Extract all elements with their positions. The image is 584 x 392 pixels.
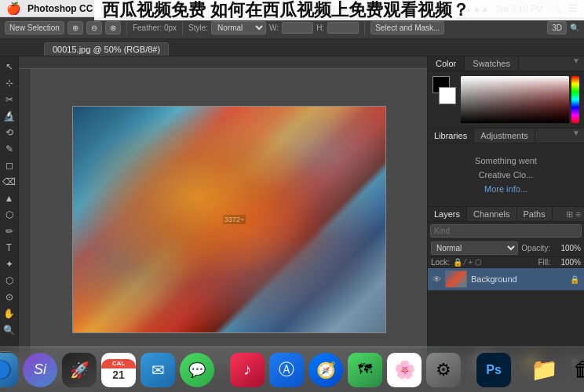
dock-trash[interactable]: 🗑: [566, 353, 584, 387]
dock-siri[interactable]: Si: [23, 353, 57, 387]
dock-mail[interactable]: ✉: [141, 353, 175, 387]
tool-3d-rotate[interactable]: ⊙: [2, 290, 16, 304]
tab-libraries[interactable]: Libraries: [428, 129, 474, 143]
tool-eyedropper[interactable]: 🔬: [2, 109, 16, 123]
width-input[interactable]: [282, 22, 313, 34]
color-panel-arrow[interactable]: ▼: [572, 56, 584, 71]
layers-filter-icon[interactable]: ⊞: [566, 209, 573, 220]
clock: Sat 2:10 PM: [495, 4, 543, 13]
blend-mode-select[interactable]: Normal Multiply Screen: [431, 241, 518, 255]
tool-dodge[interactable]: ⬡: [2, 208, 16, 222]
dock-folder[interactable]: 📁: [527, 353, 561, 387]
layer-visibility-toggle[interactable]: 👁: [433, 274, 441, 284]
subtract-selection-btn[interactable]: ⊖: [86, 21, 102, 34]
layers-tabs: Layers Channels Paths ⊞ ≡: [428, 207, 584, 222]
layers-filter-input[interactable]: [430, 224, 582, 238]
canvas-frame[interactable]: 3372~: [72, 106, 386, 333]
style-label: Style:: [188, 24, 208, 32]
layers-panel-icons: ⊞ ≡: [566, 209, 584, 220]
tab-swatches[interactable]: Swatches: [465, 56, 519, 71]
hue-slider[interactable]: [571, 76, 579, 123]
menu-edit[interactable]: Edit: [124, 3, 141, 14]
lib-more-info-link[interactable]: More info...: [484, 184, 527, 194]
layer-item-background[interactable]: 👁 Background 🔒: [428, 268, 584, 291]
opacity-value[interactable]: 100%: [553, 244, 581, 252]
search-bar[interactable]: 🔍: [570, 24, 579, 32]
tab-paths[interactable]: Paths: [517, 207, 553, 221]
dock-finder[interactable]: 🔵: [0, 353, 18, 387]
menu-select[interactable]: Select: [242, 3, 268, 14]
lib-message-line1: Something went: [475, 156, 537, 165]
tab-channels[interactable]: Channels: [467, 207, 516, 221]
tool-lasso[interactable]: ⊹: [2, 76, 16, 90]
dock-launchpad[interactable]: 🚀: [62, 353, 97, 387]
add-selection-btn[interactable]: ⊕: [68, 21, 83, 34]
document-tab[interactable]: 00015.jpg @ 50% (RGB/8#): [44, 42, 169, 56]
tool-marquee[interactable]: ↖: [2, 60, 16, 74]
menu-window[interactable]: Window: [352, 3, 386, 14]
separator-1: [126, 21, 127, 35]
intersect-selection-btn[interactable]: ⊗: [105, 21, 121, 34]
tool-hand[interactable]: ✋: [2, 307, 16, 321]
layer-thumb-image: [446, 271, 466, 287]
apple-menu[interactable]: 🍎: [6, 2, 21, 16]
tool-mode-btn[interactable]: New Selection: [5, 21, 64, 34]
menu-help[interactable]: Help: [394, 3, 414, 14]
tool-path[interactable]: ✦: [2, 257, 16, 271]
tool-pen[interactable]: ✏: [2, 224, 16, 238]
menu-layer[interactable]: Layer: [182, 3, 206, 14]
menu-image[interactable]: Image: [148, 3, 173, 14]
menu-file[interactable]: File: [100, 3, 115, 14]
color-gradient[interactable]: [461, 76, 569, 123]
tool-gradient[interactable]: ▲: [2, 191, 16, 205]
menu-view[interactable]: View: [324, 3, 345, 14]
dock-systemprefs[interactable]: ⚙: [426, 353, 461, 387]
menu-icon[interactable]: ☰: [568, 2, 578, 14]
color-panel: Color Swatches ▼: [428, 56, 584, 129]
layer-name[interactable]: Background: [471, 274, 566, 284]
tab-bar: 00015.jpg @ 50% (RGB/8#): [0, 39, 584, 56]
dock-music[interactable]: ♪: [230, 353, 265, 387]
menu-type[interactable]: Type: [214, 3, 234, 14]
tool-type[interactable]: T: [2, 241, 16, 255]
layer-lock-icon: 🔒: [570, 275, 579, 284]
dock-photos[interactable]: 🌸: [387, 353, 422, 387]
height-input[interactable]: [327, 22, 359, 34]
right-items: ▲▲▲ Sat 2:10 PM 🔍 ☰: [464, 2, 578, 14]
style-select[interactable]: Normal Fixed Size Fixed Ratio: [211, 21, 266, 34]
main-layout: ↖ ⊹ ✂ 🔬 ⟲ ✎ ◻ ⌫ ▲ ⬡ ✏ T ✦ ⬡ ⊙ ✋ 🔍 3372~: [0, 56, 584, 370]
options-toolbar: New Selection ⊕ ⊖ ⊗ Feather: 0px Style: …: [0, 17, 584, 39]
tool-clone[interactable]: ◻: [2, 158, 16, 172]
dock-safari[interactable]: 🧭: [308, 353, 343, 387]
menu-3d[interactable]: 3D: [305, 3, 316, 14]
menu-filter[interactable]: Filter: [276, 3, 297, 14]
fill-value[interactable]: 100%: [553, 258, 581, 267]
dock-photoshop[interactable]: Ps: [476, 353, 511, 387]
dock-appstore[interactable]: Ⓐ: [269, 353, 304, 387]
background-swatch[interactable]: [439, 87, 456, 104]
tool-shape[interactable]: ⬡: [2, 274, 16, 288]
tab-adjustments[interactable]: Adjustments: [474, 129, 535, 143]
dock-messages[interactable]: 💬: [180, 353, 214, 387]
library-tabs: Libraries Adjustments ▼: [428, 129, 584, 143]
dock-maps[interactable]: 🗺: [348, 353, 382, 387]
blend-mode-bar: Normal Multiply Screen Opacity: 100%: [428, 240, 584, 257]
dock-calendar[interactable]: CAL 21: [101, 353, 136, 387]
tab-layers[interactable]: Layers: [428, 207, 467, 221]
lib-panel-arrow[interactable]: ▼: [572, 129, 584, 143]
tab-color[interactable]: Color: [428, 56, 465, 71]
select-mask-btn[interactable]: Select and Mask...: [370, 21, 444, 34]
tool-brush[interactable]: ✎: [2, 142, 16, 156]
search-icon[interactable]: 🔍: [549, 2, 562, 14]
layers-menu-icon[interactable]: ≡: [576, 209, 581, 220]
canvas-area[interactable]: 3372~: [19, 56, 427, 370]
tool-eraser[interactable]: ⌫: [2, 175, 16, 189]
3d-btn[interactable]: 3D: [547, 21, 567, 34]
canvas-image: 3372~: [73, 107, 385, 332]
library-content: Something went Creative Clo... More info…: [428, 143, 584, 206]
tool-crop[interactable]: ✂: [2, 93, 16, 107]
wifi-icon: ▲▲▲: [464, 4, 490, 13]
tool-healing[interactable]: ⟲: [2, 125, 16, 140]
tool-zoom[interactable]: 🔍: [2, 323, 16, 337]
cloud-layer: [73, 107, 385, 332]
